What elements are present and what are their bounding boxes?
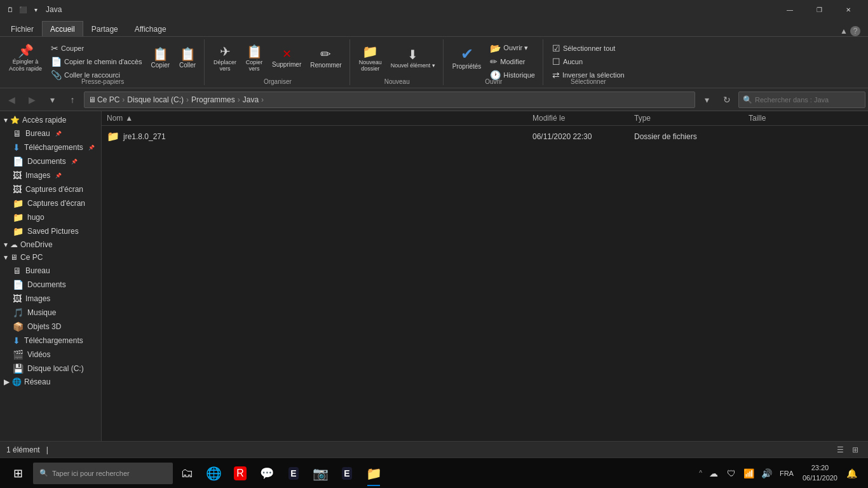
copier-button[interactable]: 📋 Copier — [147, 42, 173, 75]
chrome-button[interactable]: 🌐 — [201, 459, 226, 487]
sidebar-item-objets3d[interactable]: 📦 Objets 3D — [0, 320, 101, 334]
sidebar-item-captures2[interactable]: 📁 Captures d'écran — [0, 196, 101, 210]
tab-affichage[interactable]: Affichage — [126, 21, 175, 36]
system-clock[interactable]: 23:20 06/11/2020 — [799, 459, 841, 487]
close-button[interactable]: ✕ — [834, 0, 863, 19]
modifier-button[interactable]: ✏ Modifier — [486, 55, 539, 68]
supprimer-label: Supprimer — [272, 61, 301, 68]
qat-customize[interactable]: ▾ — [31, 4, 41, 15]
notifications-button[interactable]: 🔔 — [844, 459, 859, 487]
sidebar-section-reseau[interactable]: ▶ 🌐 Réseau — [0, 376, 101, 388]
table-row[interactable]: 📁 jre1.8.0_271 06/11/2020 22:30 Dossier … — [107, 128, 863, 144]
photos-button[interactable]: 📷 — [308, 459, 333, 487]
scissors-icon: ✂ — [51, 43, 58, 53]
col-header-nom[interactable]: Nom ▲ — [107, 114, 532, 123]
coller-button[interactable]: 📋 Coller — [175, 42, 200, 75]
copier-chemin-button[interactable]: 📄 Copier le chemin d'accès — [47, 55, 146, 68]
ribbon-help-btn[interactable]: ? — [850, 26, 860, 36]
qat-icon-2[interactable]: ⬛ — [18, 4, 28, 15]
tab-accueil[interactable]: Accueil — [42, 21, 83, 36]
copier-vers-button[interactable]: 📋 Copiervers — [241, 42, 267, 75]
start-button[interactable]: ⊞ — [4, 459, 32, 487]
back-button[interactable]: ◀ — [3, 91, 20, 109]
sidebar-item-ce-pc-images[interactable]: 🖼 Images — [0, 292, 101, 306]
col-header-modified[interactable]: Modifié le — [532, 114, 634, 123]
objets3d-label: Objets 3D — [27, 322, 61, 331]
deplacer-button[interactable]: ✈ Déplacervers — [210, 42, 240, 75]
sidebar-item-hugo[interactable]: 📁 hugo — [0, 210, 101, 224]
maximize-button[interactable]: ❐ — [804, 0, 834, 19]
recent-locations-button[interactable]: ▾ — [43, 91, 61, 109]
rename-icon: ✏ — [320, 48, 331, 60]
ribbon-tabs: Fichier Accueil Partage Affichage ▲ ? — [0, 19, 868, 37]
ce-pc-telechargements-label: Téléchargements — [24, 336, 83, 345]
sidebar-item-bureau[interactable]: 🖥 Bureau — [0, 126, 101, 140]
paste-shortcut-icon: 📎 — [51, 70, 62, 80]
large-icons-view-button[interactable]: ⊞ — [849, 444, 862, 456]
task-view-button[interactable]: 🗂 — [174, 459, 200, 487]
refresh-button[interactable]: ↻ — [718, 91, 736, 109]
explorer-button[interactable]: 📁 — [361, 459, 386, 487]
sidebar-item-saved-pictures[interactable]: 📁 Saved Pictures — [0, 224, 101, 238]
select-all-icon: ☑ — [552, 43, 560, 53]
sidebar-section-ce-pc[interactable]: ▾ 🖥 Ce PC — [0, 251, 101, 264]
search-input[interactable] — [755, 96, 861, 104]
renommer-button[interactable]: ✏ Renommer — [306, 42, 345, 75]
sidebar-section-onedrive[interactable]: ▾ ☁ OneDrive — [0, 238, 101, 251]
tab-fichier[interactable]: Fichier — [3, 21, 42, 36]
col-header-taille[interactable]: Taille — [749, 114, 825, 123]
epic1-button[interactable]: E — [281, 459, 306, 487]
search-bar[interactable]: 🔍 — [738, 92, 865, 108]
qat-icon-1[interactable]: 🗒 — [5, 4, 15, 15]
epingler-button[interactable]: 📌 Épingler àAccès rapide — [5, 42, 46, 75]
sidebar-item-telechargements[interactable]: ⬇ Téléchargements — [0, 140, 101, 154]
proprietes-button[interactable]: ✔ Propriétés — [449, 42, 485, 75]
roblox-button[interactable]: R — [227, 459, 253, 487]
details-view-button[interactable]: ☰ — [834, 444, 846, 456]
nouveau-dossier-button[interactable]: 📁 Nouveaudossier — [355, 42, 386, 75]
breadcrumb-item-2[interactable]: Disque local (C:) — [127, 95, 184, 104]
address-bar[interactable]: 🖥 Ce PC › Disque local (C:) › Programmes… — [84, 92, 695, 108]
ouvrir-button[interactable]: 📂 Ouvrir ▾ — [486, 42, 539, 55]
breadcrumb-sep-1: › — [122, 95, 125, 104]
tray-volume-icon[interactable]: 🔊 — [759, 459, 775, 487]
select-all-button[interactable]: ☑ Sélectionner tout — [548, 42, 628, 55]
sidebar-item-ce-pc-documents[interactable]: 📄 Documents — [0, 278, 101, 292]
taskbar-search[interactable]: 🔍 Taper ici pour rechercher — [33, 463, 173, 484]
discord-button[interactable]: 💬 — [254, 459, 280, 487]
reseau-icon: 🌐 — [12, 377, 22, 386]
sidebar-item-ce-pc-bureau[interactable]: 🖥 Bureau — [0, 264, 101, 278]
sidebar-item-disque-c[interactable]: 💾 Disque local (C:) — [0, 362, 101, 376]
nouveau-buttons: 📁 Nouveaudossier ⬇ Nouvel élément ▾ — [355, 39, 439, 77]
supprimer-button[interactable]: ✕ Supprimer — [268, 42, 305, 75]
sidebar-item-captures1[interactable]: 🖼 Captures d'écran — [0, 182, 101, 196]
sidebar-section-acces-rapide[interactable]: ▾ ⭐ Accès rapide — [0, 114, 101, 126]
sidebar-item-ce-pc-telechargements[interactable]: ⬇ Téléchargements — [0, 334, 101, 348]
tray-security-icon[interactable]: 🛡 — [724, 459, 739, 487]
minimize-button[interactable]: — — [775, 0, 804, 19]
up-button[interactable]: ↑ — [64, 91, 81, 109]
ribbon-group-nouveau: 📁 Nouveaudossier ⬇ Nouvel élément ▾ Nouv… — [351, 39, 444, 85]
tray-onedrive-icon[interactable]: ☁ — [706, 459, 721, 487]
address-dropdown-button[interactable]: ▾ — [698, 91, 715, 109]
forward-button[interactable]: ▶ — [23, 91, 41, 109]
epic2-button[interactable]: E — [334, 459, 360, 487]
col-header-type[interactable]: Type — [634, 114, 749, 123]
sidebar-item-documents[interactable]: 📄 Documents — [0, 154, 101, 168]
sidebar-item-musique[interactable]: 🎵 Musique — [0, 306, 101, 320]
sidebar-item-videos[interactable]: 🎬 Vidéos — [0, 348, 101, 362]
ribbon-collapse-btn[interactable]: ▲ — [840, 27, 848, 36]
tab-partage[interactable]: Partage — [83, 21, 126, 36]
tray-network-icon[interactable]: 📶 — [742, 459, 757, 487]
select-none-button[interactable]: ☐ Aucun — [548, 55, 628, 68]
file-name-label: jre1.8.0_271 — [123, 132, 166, 141]
sidebar-item-images[interactable]: 🖼 Images — [0, 168, 101, 182]
nouvel-element-button[interactable]: ⬇ Nouvel élément ▾ — [387, 42, 439, 75]
ce-pc-documents-icon: 📄 — [13, 280, 24, 290]
tray-expand-button[interactable]: ^ — [698, 470, 703, 477]
breadcrumb-item-4[interactable]: Java — [243, 95, 259, 104]
breadcrumb-item-3[interactable]: Programmes — [191, 95, 235, 104]
couper-button[interactable]: ✂ Couper — [47, 42, 146, 55]
language-indicator[interactable]: FRA — [777, 470, 796, 477]
breadcrumb-item-1[interactable]: 🖥 Ce PC — [88, 95, 119, 104]
